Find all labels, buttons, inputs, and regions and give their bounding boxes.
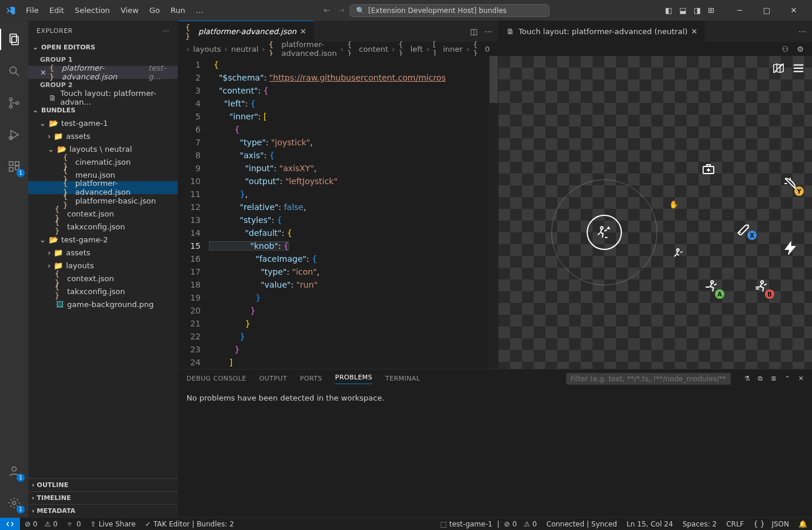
close-icon[interactable]: ✕ [691,27,698,36]
menu-overflow[interactable]: … [191,4,208,17]
panel-tab-terminal[interactable]: TERMINAL [385,375,420,382]
code-editor[interactable]: 123456789101112131415161718192021222324 … [178,56,498,369]
panel-tab-problems[interactable]: PROBLEMS [335,374,372,384]
status-game[interactable]: ⬚test-game-1 | ⊘0 ⚠0 [435,520,541,528]
layout-customize-icon[interactable]: ⊞ [708,6,714,15]
outline-section[interactable]: ›OUTLINE [28,478,178,491]
activity-explorer-icon[interactable] [0,25,28,54]
status-ports[interactable]: ᯤ0 [62,520,86,528]
folder-icon: 📂 [57,144,66,154]
nav-forward-icon[interactable]: → [338,6,345,15]
scrollbar-thumb[interactable] [490,56,498,103]
button-lightning[interactable] [780,238,800,258]
tree-assets-2[interactable]: ›📁assets [28,246,178,259]
close-panel-icon[interactable]: ✕ [798,375,804,382]
tree-assets-1[interactable]: ›📁assets [28,129,178,142]
metadata-section[interactable]: ›METADATA [28,504,178,517]
maximize-panel-icon[interactable]: ⌃ [785,375,790,382]
tree-layouts-2[interactable]: ›📁layouts [28,259,178,272]
package-icon: ⬚ [440,520,447,528]
status-tak-editor[interactable]: ✓TAK Editor | Bundles: 2 [141,520,239,528]
status-liveshare[interactable]: ⇪Live Share [86,520,141,528]
activity-debug-icon[interactable] [0,121,28,149]
status-lang[interactable]: { } JSON [749,520,794,528]
code-content[interactable]: { "$schema": "https://raw.githubusercont… [209,56,498,369]
editor-more-icon[interactable]: ⋯ [484,27,492,36]
editor-tab-platformer-advanced[interactable]: { } platformer-advanced.json ✕ [178,21,314,42]
tree-platformer-advanced[interactable]: { }platformer-advanced.json [28,181,178,194]
settings-badge: 1 [16,505,25,514]
menu-icon[interactable] [792,62,805,76]
tree-context-2[interactable]: { }context.json [28,272,178,285]
activity-extensions-icon[interactable]: 1 [0,152,28,181]
layout-toggle-right-icon[interactable]: ◨ [694,6,701,15]
open-editor-item-2[interactable]: 🗎 Touch layout: platformer-advan... [28,91,178,104]
status-eol[interactable]: CRLF [721,520,748,528]
close-icon[interactable]: ✕ [40,68,46,77]
svg-point-23 [711,281,713,283]
view-as-tree-icon[interactable]: ≣ [771,375,776,382]
window-close[interactable]: ✕ [780,0,807,21]
settings-icon[interactable]: ⚙ [797,45,804,54]
window-minimize[interactable]: ─ [726,0,753,21]
command-center[interactable]: 🔍 [Extension Development Host] bundles [350,4,550,17]
button-bow-y[interactable]: Y [780,174,800,194]
button-run-a[interactable]: A [701,276,721,296]
activity-settings-icon[interactable]: 1 [0,489,28,517]
status-errors[interactable]: ⊘0 ⚠0 [20,520,62,528]
tree-layouts-neutral[interactable]: ⌄📂layouts \ neutral [28,142,178,155]
tree-cinematic[interactable]: { }cinematic.json [28,155,178,168]
preview-tab[interactable]: 🗎 Touch layout: platformer-advanced (neu… [498,21,705,42]
tree-game-background[interactable]: 🖼game-background.png [28,298,178,311]
joystick-preview[interactable] [551,179,657,285]
tree-test-game-1[interactable]: ⌄📂test-game-1 [28,116,178,129]
tree-test-game-2[interactable]: ⌄📂test-game-2 [28,233,178,246]
collapse-icon[interactable]: ⧉ [758,375,763,382]
activity-accounts-icon[interactable]: 1 [0,457,28,485]
status-sync[interactable]: Connected | Synced [542,520,622,528]
menu-edit[interactable]: Edit [45,4,69,17]
menu-run[interactable]: Run [166,4,190,17]
activity-source-control-icon[interactable] [0,89,28,117]
explorer-title: EXPLORER [36,27,73,35]
panel-tab-debugconsole[interactable]: DEBUG CONSOLE [187,375,247,382]
button-sword-x[interactable]: X [733,218,753,238]
timeline-section[interactable]: ›TIMELINE [28,491,178,504]
explorer-more-icon[interactable]: ⋯ [163,27,170,35]
split-editor-icon[interactable]: ◫ [470,27,477,36]
menu-view[interactable]: View [116,4,144,17]
window-maximize[interactable]: □ [753,0,780,21]
open-editors-section[interactable]: ⌄OPEN EDITORS [28,41,178,54]
touch-layout-preview: ✋ Y X B A [498,56,812,369]
button-attack[interactable] [669,244,689,264]
user-test-icon[interactable]: ⚇ [782,45,789,54]
joystick-knob[interactable] [587,215,622,250]
close-icon[interactable]: ✕ [300,27,307,36]
status-notifications-icon[interactable]: 🔔 [794,520,812,528]
menu-go[interactable]: Go [145,4,165,17]
map-icon[interactable] [772,62,785,76]
bundles-section[interactable]: ⌄BUNDLES [28,104,178,116]
panel-tab-output[interactable]: OUTPUT [259,375,287,382]
panel-tab-ports[interactable]: PORTS [300,375,322,382]
open-editor-item-1[interactable]: ✕ { } platformer-advanced.json test-g... [28,66,178,79]
layout-toggle-left-icon[interactable]: ◧ [665,6,672,15]
tree-context-1[interactable]: { }context.json [28,207,178,220]
breadcrumb[interactable]: ›layouts ›neutral ›{ } platformer-advanc… [178,42,498,56]
layout-toggle-bottom-icon[interactable]: ⬓ [680,6,687,15]
remote-indicator[interactable] [0,518,20,531]
problems-filter-input[interactable] [566,373,731,385]
nav-back-icon[interactable]: ← [324,6,330,15]
editor-tabbar-left: { } platformer-advanced.json ✕ ◫ ⋯ [178,21,498,42]
status-lncol[interactable]: Ln 15, Col 24 [622,520,678,528]
tree-platformer-basic[interactable]: { }platformer-basic.json [28,194,178,207]
filter-icon[interactable]: ⚗ [744,375,750,382]
activity-search-icon[interactable] [0,57,28,85]
menu-file[interactable]: File [21,4,44,17]
menu-selection[interactable]: Selection [70,4,115,17]
button-dash-b[interactable]: B [751,276,771,296]
tree-takx-1[interactable]: { }takxconfig.json [28,220,178,233]
status-spaces[interactable]: Spaces: 2 [678,520,721,528]
editor-more-icon[interactable]: ⋯ [798,27,806,36]
tree-takx-2[interactable]: { }takxconfig.json [28,285,178,298]
